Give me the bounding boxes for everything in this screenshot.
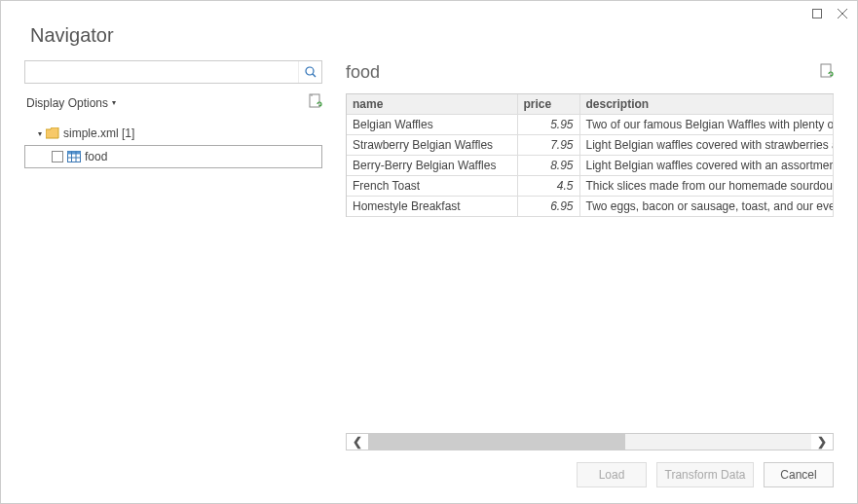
- svg-rect-0: [813, 10, 822, 18]
- table-row[interactable]: Strawberry Belgian Waffles7.95Light Belg…: [347, 135, 834, 156]
- tree-item-label: food: [85, 150, 107, 163]
- cell: Thick slices made from our homemade sour…: [579, 176, 834, 197]
- display-options-label: Display Options: [26, 96, 108, 110]
- horizontal-scrollbar[interactable]: ❮ ❯: [346, 433, 834, 450]
- scroll-track[interactable]: [368, 434, 811, 450]
- cell: Belgian Waffles: [347, 115, 517, 135]
- svg-rect-11: [821, 64, 831, 77]
- svg-line-4: [313, 74, 316, 77]
- scroll-thumb[interactable]: [368, 434, 625, 450]
- tree-item-root[interactable]: ▾ simple.xml [1]: [24, 122, 322, 145]
- folder-icon: [46, 127, 59, 139]
- search-input[interactable]: [25, 65, 298, 79]
- preview-table: name price description Belgian Waffles5.…: [346, 93, 834, 217]
- tree-item-label: simple.xml [1]: [63, 126, 134, 140]
- cell: Two eggs, bacon or sausage, toast, and o…: [579, 197, 834, 217]
- refresh-preview-icon[interactable]: [820, 63, 834, 82]
- transform-data-button[interactable]: Transform Data: [656, 462, 754, 487]
- chevron-down-icon: ▾: [112, 98, 116, 107]
- select-checkbox[interactable]: [52, 151, 63, 162]
- load-button[interactable]: Load: [577, 462, 647, 487]
- nav-tree: ▾ simple.xml [1] food: [24, 122, 322, 168]
- column-header-description[interactable]: description: [579, 94, 834, 115]
- close-button[interactable]: [836, 7, 849, 20]
- scroll-left-arrow[interactable]: ❮: [347, 435, 368, 449]
- column-header-name[interactable]: name: [347, 94, 517, 115]
- expand-caret-icon: ▾: [38, 129, 42, 138]
- maximize-button[interactable]: [810, 7, 824, 20]
- preview-title: food: [346, 62, 380, 83]
- scroll-right-arrow[interactable]: ❯: [811, 435, 833, 449]
- refresh-icon[interactable]: [309, 93, 322, 112]
- cell: 8.95: [517, 156, 579, 176]
- table-icon: [67, 151, 81, 162]
- cancel-button[interactable]: Cancel: [764, 462, 834, 487]
- preview-pane: food name price description Belgian Waff…: [346, 60, 834, 450]
- table-row[interactable]: Homestyle Breakfast6.95Two eggs, bacon o…: [347, 197, 834, 217]
- cell: 4.5: [517, 176, 579, 197]
- cell: Light Belgian waffles covered with straw…: [579, 135, 834, 156]
- cell: Light Belgian waffles covered with an as…: [579, 156, 834, 176]
- tree-item-food[interactable]: food: [24, 145, 322, 168]
- dialog-title: Navigator: [1, 1, 857, 60]
- table-row[interactable]: French Toast4.5Thick slices made from ou…: [347, 176, 834, 197]
- cell: French Toast: [347, 176, 517, 197]
- svg-point-3: [306, 67, 314, 75]
- cell: Two of our famous Belgian Waffles with p…: [579, 115, 834, 135]
- table-row[interactable]: Belgian Waffles5.95Two of our famous Bel…: [347, 115, 834, 135]
- navigation-pane: Display Options ▾ ▾ simple.xml [1] food: [24, 60, 322, 450]
- svg-rect-7: [68, 152, 81, 155]
- display-options-dropdown[interactable]: Display Options ▾: [26, 96, 116, 110]
- cell: Strawberry Belgian Waffles: [347, 135, 517, 156]
- column-header-price[interactable]: price: [517, 94, 579, 115]
- cell: 7.95: [517, 135, 579, 156]
- cell: 6.95: [517, 197, 579, 217]
- search-button[interactable]: [298, 61, 321, 83]
- cell: Berry-Berry Belgian Waffles: [347, 156, 517, 176]
- table-row[interactable]: Berry-Berry Belgian Waffles8.95Light Bel…: [347, 156, 834, 176]
- cell: 5.95: [517, 115, 579, 135]
- cell: Homestyle Breakfast: [347, 197, 517, 217]
